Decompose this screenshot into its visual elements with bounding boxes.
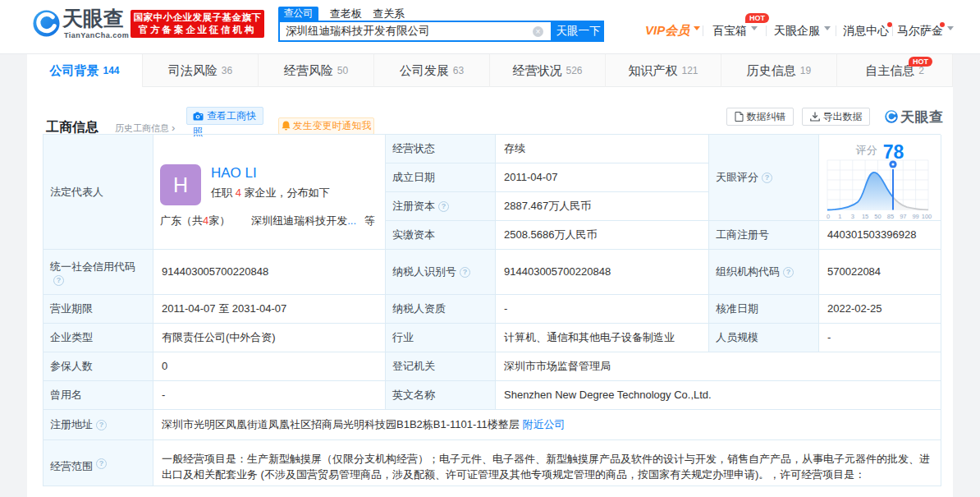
download-icon [810,112,820,122]
field-label-uscc: 统一社会信用代码? [44,250,153,295]
related-company-link[interactable]: 深圳纽迪瑞科技开发... [251,214,356,227]
business-info-table: 法定代表人 H HAO LI 任职 4 家企业，分布如下 广东（共4家）深圳纽迪… [43,134,941,486]
score-chart-cell[interactable]: 评分78 [819,135,941,221]
help-icon[interactable]: ? [783,267,794,278]
field-value-address: 深圳市光明区凤凰街道凤凰社区招商局光明科技园B1B2栋B1-1101-11楼整层… [153,410,941,440]
label-text: 统一社会信用代码 [50,259,135,275]
field-label-reg-authority: 登记机关 [386,352,496,381]
field-label-company-type: 企业类型 [44,324,153,352]
region-text: 广东（共4家） [160,214,230,227]
export-button-label: 导出数据 [823,111,863,122]
hot-badge: HOT [745,13,769,23]
menu-vip[interactable]: VIP会员 [645,23,700,39]
svg-text:3: 3 [851,213,854,220]
data-correction-button[interactable]: 数据纠错 [726,108,794,126]
menu-message-center[interactable]: 消息中心 [843,24,889,39]
field-value-taxpayer-id: 914403005700220848 [496,250,709,295]
field-label-taxpayer-id: 纳税人识别号? [386,250,496,295]
distribution-area-left [827,173,928,210]
menu-divider [703,25,703,36]
export-data-button[interactable]: 导出数据 [802,108,870,126]
notify-change-button[interactable]: 发生变更时通知我 [278,117,374,135]
tianyancha-watermark: 天眼查 [885,109,944,124]
related-company-name: 深圳纽迪瑞科技开发 [251,214,347,227]
tab-count: 526 [566,65,582,76]
view-snapshot-button[interactable]: 查看工商快照 [186,107,263,125]
field-value-english-name: Shenzhen New Degree Technology Co.,Ltd. [496,381,941,410]
help-icon[interactable]: ? [96,458,107,469]
legal-rep-positions: 任职 4 家企业，分布如下 [211,185,378,201]
top-header: 天眼查 TianYanCha.com 国家中小企业发展子基金旗下 官方备案企业征… [0,0,980,54]
tab-label: 经营风险 [284,63,333,79]
help-icon[interactable]: ? [762,173,772,183]
help-icon[interactable]: ? [438,201,449,212]
tab-self-info[interactable]: 自主信息2HOT [837,54,953,87]
nearby-companies-link[interactable]: 附近公司 [522,416,565,433]
chevron-down-icon [694,26,700,34]
history-business-info-link[interactable]: 历史工商信息› [115,122,175,135]
menu-divider [836,25,836,36]
menu-toolbox[interactable]: 百宝箱HOT [712,24,758,39]
chevron-down-icon [751,26,758,34]
field-value-est-date: 2011-04-07 [496,163,709,192]
hot-badge: HOT [909,57,932,67]
chart-x-axis: 0 1 3 15 50 85 97 99 100 [827,213,932,220]
score-title: 评分 [856,144,877,156]
tab-label: 自主信息 [865,63,914,79]
main-content: 公司背景144 司法风险36 经营风险50 公司发展63 经营状况526 知识产… [27,54,953,497]
field-label-score: 天眼评分? [709,135,819,221]
history-link-label: 历史工商信息 [115,123,169,133]
field-value-paid-capital: 2508.5686万人民币 [496,221,709,250]
field-value-former-name: - [153,381,386,410]
notification-dot [940,22,945,27]
label-text: 天眼评分 [716,169,758,186]
positions-count: 4 [236,186,241,199]
field-value-term: 2011-04-07 至 2031-04-07 [153,295,386,324]
help-icon[interactable]: ? [460,267,470,278]
help-icon[interactable]: ? [53,275,64,286]
menu-enterprise-service[interactable]: 天眼企服 [774,24,831,39]
field-value-industry: 计算机、通信和其他电子设备制造业 [496,324,709,352]
field-label-industry: 行业 [386,324,496,352]
field-label-org-code: 组织机构代码? [709,250,819,295]
tab-operation-status[interactable]: 经营状况526 [490,54,606,87]
field-label-former-name: 曾用名 [44,381,153,410]
tab-intellectual-property[interactable]: 知识产权121 [606,54,721,87]
tab-count: 2 [918,65,924,76]
label-text: 纳税人识别号 [392,264,456,280]
menu-divider [766,25,767,36]
menu-toolbox-label: 百宝箱 [712,24,747,37]
legal-rep-name-link[interactable]: HAO LI [211,164,378,182]
region-suffix: 家） [208,214,230,227]
field-label-approve-date: 核准日期 [709,295,819,324]
field-label-english-name: 英文名称 [386,381,496,410]
svg-text:97: 97 [900,213,906,220]
svg-text:85: 85 [887,213,894,220]
menu-message-label: 消息中心 [843,24,889,37]
header-menu: VIP会员 百宝箱HOT 天眼企服 消息中心 马尔萨金 [0,0,980,54]
tab-history-info[interactable]: 历史信息19 [721,54,837,87]
chevron-right-icon: › [172,122,175,134]
avatar[interactable]: H [160,164,201,205]
tianyancha-watermark-icon [885,110,898,123]
company-nav-tabs: 公司背景144 司法风险36 经营风险50 公司发展63 经营状况526 知识产… [27,54,953,87]
field-value-taxpayer-quality: - [496,295,709,324]
tab-count: 50 [337,65,348,76]
tab-judicial-risk[interactable]: 司法风险36 [143,54,259,87]
field-label-term: 营业期限 [44,295,153,324]
tab-company-background[interactable]: 公司背景144 [27,54,143,87]
positions-suffix: 家企业，分布如下 [241,186,330,199]
menu-user[interactable]: 马尔萨金 [897,24,954,39]
tab-company-development[interactable]: 公司发展63 [374,54,490,87]
chevron-down-icon [824,26,831,34]
svg-text:99: 99 [912,213,918,220]
chevron-down-icon [947,26,954,34]
label-text: 注册资本 [392,198,435,214]
legal-rep-cell: H HAO LI 任职 4 家企业，分布如下 广东（共4家）深圳纽迪瑞科技开发.… [153,135,386,250]
tab-count: 19 [800,65,811,76]
field-value-reg-status: 存续 [496,135,709,163]
svg-text:15: 15 [862,213,868,220]
help-icon[interactable]: ? [96,420,107,430]
menu-service-label: 天眼企服 [774,24,820,37]
tab-operation-risk[interactable]: 经营风险50 [259,54,374,87]
